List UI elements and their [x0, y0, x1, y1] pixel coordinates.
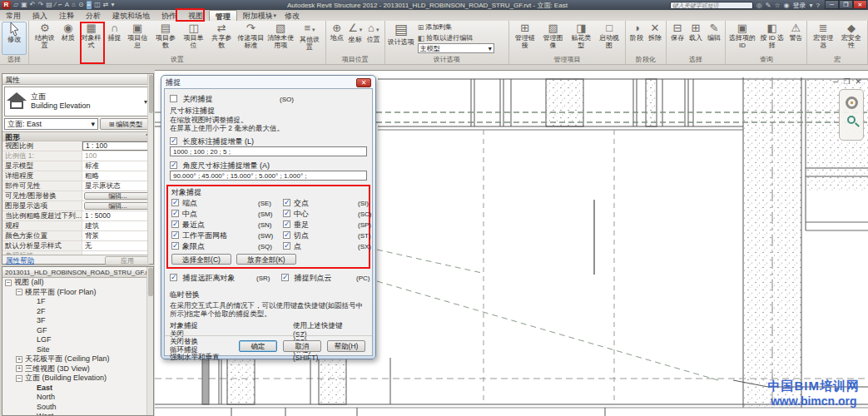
viewport-restore-icon[interactable]: ❐ [843, 77, 850, 86]
transfer-project-standards-button[interactable]: ↷ 传递项目标准 [236, 22, 265, 49]
tree-expander-icon[interactable]: + [16, 356, 22, 363]
location-button[interactable]: ⊕ 地点 [328, 22, 346, 42]
tree-expander-icon[interactable] [27, 327, 34, 334]
property-row[interactable]: 规程 建筑 [2, 221, 153, 231]
checkbox-icon[interactable] [170, 161, 177, 169]
project-information-button[interactable]: ▣ 项目信息 [123, 22, 151, 49]
design-options-dropdown[interactable]: 主模型 ▾ [418, 43, 494, 53]
project-units-button[interactable]: ◫ 项目单位 [180, 22, 208, 49]
ribbon-tab[interactable]: 插入 [27, 10, 53, 21]
property-row[interactable]: 视图比例 1 : 100 [2, 141, 153, 151]
checkbox-icon[interactable] [283, 242, 290, 250]
manage-links-button[interactable]: ⊞ 管理链接 [511, 22, 539, 49]
help-button[interactable]: 帮助(H) [327, 340, 365, 352]
tree-item[interactable]: North [2, 393, 153, 403]
checkbox-icon[interactable] [171, 220, 179, 228]
macro-manager-button[interactable]: ≣ 宏管理器 [809, 22, 837, 49]
tree-expander-icon[interactable] [27, 404, 34, 410]
property-row[interactable]: 详细程度 粗略 [2, 171, 153, 181]
pick-to-edit-button[interactable]: ◧ 拾取以进行编辑 [418, 32, 494, 43]
tree-item[interactable]: − 楼层平面 (Floor Plan) [2, 288, 153, 298]
ribbon-tab[interactable]: 建筑和场地 [107, 10, 156, 21]
tree-expander-icon[interactable] [27, 414, 34, 415]
check-all-button[interactable]: 选择全部(C) [171, 254, 231, 265]
purge-unused-button[interactable]: ▧ 清除未使用项 [265, 22, 295, 49]
load-selection-button[interactable]: ⊞ 载入 [687, 22, 705, 42]
property-row[interactable]: 显示模型 标准 [2, 161, 153, 171]
ids-of-selection-button[interactable]: ▣ 选择项的 ID [727, 22, 757, 49]
dialog-title-bar[interactable]: 捕捉 ✕ [164, 77, 373, 88]
tree-item[interactable]: South [2, 403, 153, 413]
tree-item[interactable]: 3F [2, 316, 153, 326]
phases-button[interactable]: ◑ 阶段 [627, 22, 646, 42]
help-icon[interactable]: ? [816, 2, 820, 9]
viewport-minimize-icon[interactable]: ─ [833, 77, 838, 86]
checkbox-icon[interactable] [283, 231, 290, 239]
tree-item[interactable]: Site [2, 345, 153, 355]
tree-item[interactable]: − 视图 (all) [2, 278, 153, 288]
aligned-dimension-icon[interactable]: ⌐ [58, 1, 62, 9]
customize-qat-icon[interactable]: ▾ [112, 1, 115, 9]
manage-images-button[interactable]: ▨ 管理图像 [539, 22, 568, 49]
ribbon-tab[interactable]: 协作 [156, 10, 182, 21]
length-increments-input[interactable]: 1000 ; 100 ; 20 ; 5 ; [170, 146, 367, 156]
thin-lines-icon[interactable]: ≡ [87, 1, 92, 9]
materials-button[interactable]: ◉ 材质 [59, 22, 77, 42]
tree-expander-icon[interactable] [27, 299, 34, 305]
tree-item[interactable]: East [2, 384, 153, 394]
tree-expander-icon[interactable]: − [16, 375, 22, 382]
save-selection-button[interactable]: ⊟ 保存 [668, 22, 687, 42]
checkbox-icon[interactable] [283, 199, 290, 206]
infocenter-search-input[interactable] [670, 2, 753, 9]
checkbox-icon[interactable] [171, 210, 179, 217]
close-hidden-icon[interactable]: ◫ [94, 1, 101, 9]
open-icon[interactable]: ▱ [13, 1, 18, 9]
checkbox-icon[interactable] [171, 242, 179, 250]
snap-pointcloud-checkbox[interactable]: 捕捉到点云 [281, 273, 356, 284]
tree-expander-icon[interactable]: + [16, 365, 22, 372]
length-snap-checkbox[interactable]: 长度标注捕捉增量 (L) [170, 136, 367, 146]
ribbon-tab[interactable]: 修改 [279, 10, 305, 21]
snaps-button[interactable]: ∩ 捕捉 [105, 22, 123, 42]
macro-security-button[interactable]: ◆ 宏安全性 [837, 22, 866, 49]
select-by-id-button[interactable]: ◧ 按 ID 选择 [757, 22, 786, 49]
tree-item[interactable]: + 三维视图 (3D View) [2, 364, 153, 374]
checkbox-icon[interactable] [170, 274, 177, 281]
project-parameters-button[interactable]: ▤ 项目参数 [151, 22, 180, 49]
object-styles-button[interactable]: ▦ 对象样式 [77, 22, 106, 49]
checkbox-icon[interactable] [283, 210, 290, 217]
property-row[interactable]: 当比例粗略度超过下列... 1 : 5000 [2, 211, 153, 221]
properties-help-link[interactable]: 属性帮助 [6, 256, 34, 266]
coordinates-button[interactable]: ∠ 坐标 [346, 22, 365, 43]
checkbox-icon[interactable] [281, 274, 289, 281]
property-row[interactable]: 参照标签 [2, 251, 153, 255]
redo-icon[interactable]: ↷ [37, 1, 43, 9]
tree-expander-icon[interactable] [27, 337, 34, 344]
subscription-icon[interactable]: ✎ [766, 2, 771, 9]
apply-button[interactable]: 应用 [105, 256, 150, 265]
zoom-icon[interactable] [847, 116, 856, 124]
revit-app-logo-icon[interactable]: R [2, 1, 11, 9]
edit-selection-button[interactable]: ✎ 编辑 [705, 22, 723, 42]
tree-expander-icon[interactable] [27, 308, 34, 314]
cancel-button[interactable]: 取消 [283, 340, 321, 352]
tree-item[interactable]: GF [2, 326, 153, 336]
switch-windows-icon[interactable]: ⇄ [103, 1, 109, 9]
user-icon[interactable]: ◉ [784, 2, 790, 9]
tree-item[interactable]: West [2, 412, 153, 415]
undo-icon[interactable]: ↶ [30, 1, 36, 9]
ribbon-state-toggle-icon[interactable]: ▭ ▾ [266, 12, 276, 19]
tree-item[interactable]: + 天花板平面 (Ceiling Plan) [2, 354, 153, 364]
snaps-off-checkbox[interactable]: 关闭捕捉 [170, 94, 280, 105]
additional-settings-button[interactable]: ≡ 其他设置 [295, 22, 324, 51]
shared-parameters-button[interactable]: ⇄ 共享参数 [207, 22, 236, 49]
communication-center-icon[interactable]: ☆ [774, 2, 780, 9]
modify-button[interactable]: 修改 [2, 22, 27, 55]
edit-type-button[interactable]: ⊞ 编辑类型 [100, 118, 151, 130]
demolish-button[interactable]: ✕ 拆除 [646, 22, 664, 42]
ribbon-tab[interactable]: 视图 [182, 10, 209, 21]
tree-item[interactable]: − 立面 (Building Elevation) [2, 374, 153, 384]
text-icon[interactable]: A [65, 1, 69, 9]
property-row[interactable]: 颜色方案位置 背景 [2, 231, 153, 241]
structural-settings-button[interactable]: ⚙ 结构设置 [31, 22, 59, 49]
